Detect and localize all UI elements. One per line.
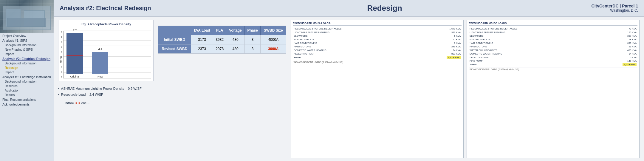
sb-row-value: 387 KVA (597, 34, 637, 38)
nav-item[interactable]: Background Information (0, 43, 54, 47)
td-initial-phase: 3 (244, 35, 261, 44)
chart-area: 9876543210 W/SF (61, 28, 151, 78)
sb-row-value: 5 KVA (421, 34, 462, 38)
th-swbd: SWBD Size (261, 26, 286, 35)
y-tick: 3 (61, 46, 62, 48)
nav-item[interactable]: Application (0, 88, 54, 93)
td-revised-label: Revised SWBD (158, 44, 191, 54)
bullet-2: • Receptacle Load = 2.4 W/SF (58, 92, 154, 98)
y-tick: 7 (61, 66, 62, 68)
sb-row-label: * ELECTRIC HEAT (469, 55, 597, 59)
bar-original-bar: 7.7 (66, 33, 83, 74)
sb-row-value: 11 KVA (421, 38, 462, 41)
sb-row-value: 120 KVA (597, 30, 637, 34)
td-revised-swbd: 3000A (261, 44, 286, 54)
td-initial-label: Initial SWBD (158, 35, 191, 44)
chart-bars: 7.7 Original 4.1 (63, 31, 151, 78)
switchboard-ms10c: SWITCHBOARD MS10C LOADS: RECEPTACLES & F… (467, 20, 640, 158)
sb-row-label: FIRE PUMP (469, 59, 597, 63)
sb-row: DOMESTIC WATER HEATING14 KVA (469, 52, 637, 55)
sb-row: * AIR CONDITIONING693 KVA (469, 41, 637, 45)
sb-row: MISCELLANEOUS178 KVA (469, 38, 637, 41)
sb-row-value: 14 KVA (597, 52, 637, 55)
chart-container: Ltg. + Receptacle Power Density 98765432… (58, 20, 154, 81)
sb-row-value: 178 KVA (597, 38, 637, 41)
nav-item[interactable]: Final Recommendations (0, 97, 54, 102)
bar-new-label: New (97, 75, 103, 78)
y-tick: 1 (61, 36, 62, 38)
bullet-1: • ASHRAE Maximum Lighting Power Density … (58, 86, 154, 92)
bar-original: 7.7 Original (66, 33, 83, 78)
sb-row: DOMESTIC WATER HEATING24 KVA (293, 48, 462, 52)
sb-row-value: 249 KVA (421, 45, 462, 48)
sb-row-value: 24 KVA (421, 48, 462, 52)
sb-row-value: 70 KVA (597, 27, 637, 30)
sb-total-label: TOTAL (293, 55, 421, 59)
bar-new: 4.1 New (92, 52, 108, 78)
sb-row-label: MISCELLANEOUS (469, 38, 597, 41)
y-tick: 8 (61, 71, 62, 73)
content-area: Ltg. + Receptacle Power Density 98765432… (54, 17, 644, 161)
swbd-table: kVA Load FLA Voltage Phase SWBD Size Ini… (158, 26, 286, 54)
y-axis: 9876543210 (61, 31, 62, 78)
bar-original-value: 7.7 (73, 29, 77, 32)
th-voltage: Voltage (226, 26, 245, 35)
nav-item[interactable]: Redesign (0, 66, 54, 70)
project-name: CityCenterDC | Parcel 1 (592, 4, 638, 8)
nav-item[interactable]: Acknowledgements (0, 102, 54, 107)
nav-item[interactable]: Results (0, 93, 54, 97)
building-image (0, 0, 54, 33)
sb-row-label: FPTD MOTORS (469, 45, 597, 48)
sb-row-label: * AIR CONDITIONING (469, 41, 597, 45)
sb-row-value: 1,670 KVA (421, 27, 462, 30)
project-location: Washington, D.C. (610, 8, 638, 13)
sb-row-label: ELEVATORS (469, 34, 597, 38)
y-axis-label: W/SF (60, 56, 63, 63)
middle-panel: kVA Load FLA Voltage Phase SWBD Size Ini… (158, 20, 286, 158)
nav-item[interactable]: Analysis #1: SIPS (0, 38, 54, 43)
sb-row-label: * AIR CONDITIONING (293, 41, 421, 45)
nav-item[interactable]: Impact (0, 70, 54, 75)
th-kva: kVA Load (191, 26, 213, 35)
sb-row: FPTD MOTORS249 KVA (293, 45, 462, 48)
sb-row-value: 332 KVA (421, 30, 462, 34)
sb-row: LIGHTING & FUTURE LIGHTING332 KVA (293, 30, 462, 34)
sb-row-label: ELEVATORS (293, 34, 421, 38)
chart-title: Ltg. + Receptacle Power Density (61, 22, 151, 26)
sb-row-value: 0 KVA (597, 55, 637, 59)
sb-ms2a-footer: * NONCOINCIDENT LOADS (3,982A @ 480V, 3Ø… (293, 60, 462, 64)
sb-ms2a-title: SWITCHBOARD MS-2A LOADS: (293, 22, 462, 26)
th-phase: Phase (244, 26, 261, 35)
sb-row-label: DOMESTIC WATER HEATING (293, 48, 421, 52)
bullets-section: • ASHRAE Maximum Lighting Power Density … (58, 85, 154, 108)
bar-original-label: Original (70, 75, 79, 78)
sb-row: FIRE PUMP148 KVA (469, 59, 637, 63)
nav-item[interactable]: New Phasing & SIPS (0, 47, 54, 52)
nav-item[interactable]: Analysis #3: Footbridge Installation (0, 75, 54, 79)
sb-ms10c-title: SWITCHBOARD MS10C LOADS: (469, 22, 637, 26)
td-initial-kva: 3173 (191, 35, 213, 44)
sb-ms2a-table: RECEPTACLES & FUTURE RECEPTACLES1,670 KV… (293, 27, 462, 59)
sb-row-label: WATER CHILLING UNITS (469, 48, 597, 52)
sb-ms10c-footer: * NONCOINCIDENT LOADS (2,978A @ 480V, 3Ø… (469, 67, 637, 71)
nav-item[interactable]: Background Information (0, 61, 54, 66)
sb-row: RECEPTACLES & FUTURE RECEPTACLES1,670 KV… (293, 27, 462, 30)
nav-item[interactable]: Impact (0, 52, 54, 56)
nav-item[interactable]: Background Information (0, 79, 54, 84)
nav-item[interactable]: Project Overview (0, 33, 54, 38)
sb-total-row: TOTAL2,075 KVA (469, 63, 637, 66)
header-project-info: CityCenterDC | Parcel 1 Washington, D.C. (566, 0, 644, 16)
bar-original-fill (66, 33, 83, 74)
sb-row: FPTD MOTORS29 KVA (469, 45, 637, 48)
total-value: 3.3 (75, 101, 80, 105)
td-revised-voltage: 480 (226, 44, 245, 54)
table-header-row: kVA Load FLA Voltage Phase SWBD Size (158, 26, 286, 35)
red-line (66, 55, 83, 56)
td-revised-phase: 3 (244, 44, 261, 54)
td-revised-fla: 2978 (213, 44, 226, 54)
sb-row-label: DOMESTIC WATER HEATING (469, 52, 597, 55)
sb-row: ELEVATORS5 KVA (293, 34, 462, 38)
nav-section: Project OverviewAnalysis #1: SIPSBackgro… (0, 33, 54, 107)
nav-item[interactable]: Analysis #2: Electrical Redesign (0, 56, 54, 61)
nav-item[interactable]: Research (0, 84, 54, 88)
